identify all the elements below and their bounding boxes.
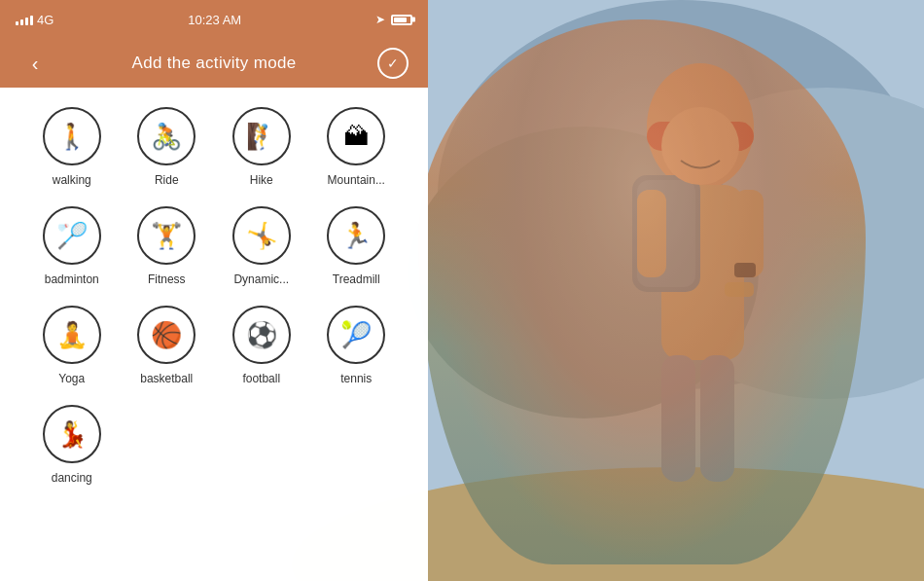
svg-rect-15	[725, 282, 754, 297]
svg-rect-13	[700, 355, 734, 482]
location-icon: ➤	[375, 13, 385, 26]
activity-label-dancing: dancing	[52, 471, 92, 485]
status-right: ➤	[375, 13, 412, 26]
activity-item-hike[interactable]: 🧗Hike	[219, 107, 304, 187]
svg-point-1	[438, 0, 924, 389]
activity-icon-ride: 🚴	[137, 107, 195, 165]
activity-item-mountain[interactable]: 🏔Mountain...	[314, 107, 400, 187]
svg-rect-6	[647, 122, 754, 151]
svg-point-5	[647, 63, 754, 190]
activity-item-treadmill[interactable]: 🏃Treadmill	[314, 206, 400, 286]
activity-item-yoga[interactable]: 🧘Yoga	[29, 306, 115, 385]
activity-label-football: football	[242, 372, 280, 385]
activity-label-hike: Hike	[250, 173, 273, 187]
activity-label-fitness: Fitness	[148, 272, 186, 286]
network-label: 4G	[37, 13, 53, 27]
signal-bar-1	[16, 21, 18, 25]
confirm-button[interactable]: ✓	[377, 48, 409, 79]
activity-label-treadmill: Treadmill	[333, 272, 380, 286]
check-icon: ✓	[387, 55, 399, 71]
activity-item-dynamic[interactable]: 🤸Dynamic...	[219, 206, 304, 286]
activity-item-football[interactable]: ⚽football	[219, 306, 304, 385]
time-display: 10:23 AM	[188, 13, 241, 27]
activity-icon-dynamic: 🤸	[232, 206, 291, 265]
svg-rect-9	[637, 180, 695, 287]
activity-grid: 🚶walking🚴Ride🧗Hike🏔Mountain...🏸badminton…	[0, 88, 428, 581]
status-left: 4G	[16, 13, 53, 27]
svg-point-14	[661, 107, 739, 185]
activity-icon-hike: 🧗	[232, 107, 291, 165]
activity-icon-fitness: 🏋	[137, 206, 195, 265]
activity-label-basketball: basketball	[140, 372, 193, 385]
activity-label-walking: walking	[53, 173, 91, 187]
svg-rect-16	[734, 263, 756, 277]
nav-bar: ‹ Add the activity mode ✓	[0, 39, 428, 88]
activity-label-ride: Ride	[155, 173, 179, 187]
activity-label-dynamic: Dynamic...	[233, 272, 289, 286]
activity-icon-tennis: 🎾	[327, 306, 385, 364]
svg-rect-7	[661, 185, 744, 360]
signal-bars	[16, 14, 33, 25]
signal-bar-2	[20, 19, 23, 25]
activity-label-yoga: Yoga	[58, 372, 85, 385]
activity-icon-football: ⚽	[232, 306, 291, 364]
activity-label-mountain: Mountain...	[328, 173, 385, 187]
activity-label-badminton: badminton	[45, 272, 99, 286]
activity-icon-treadmill: 🏃	[327, 206, 385, 265]
activity-icon-mountain: 🏔	[327, 107, 385, 165]
activity-icon-yoga: 🧘	[43, 306, 101, 364]
svg-rect-12	[661, 355, 695, 482]
status-bar: 4G 10:23 AM ➤	[0, 0, 428, 39]
svg-point-2	[632, 88, 924, 399]
back-button[interactable]: ‹	[19, 48, 51, 79]
nav-title: Add the activity mode	[132, 54, 297, 73]
phone-panel: 4G 10:23 AM ➤ ‹ Add the activity mode ✓ …	[0, 0, 428, 581]
activity-item-walking[interactable]: 🚶walking	[29, 107, 115, 187]
activity-item-badminton[interactable]: 🏸badminton	[29, 206, 115, 286]
signal-bar-4	[30, 16, 33, 25]
activity-icon-walking: 🚶	[43, 107, 101, 165]
svg-rect-11	[637, 190, 666, 277]
activity-item-fitness[interactable]: 🏋Fitness	[124, 206, 210, 286]
svg-rect-10	[734, 190, 764, 277]
activity-icon-badminton: 🏸	[43, 206, 101, 265]
activity-icon-dancing: 💃	[43, 405, 101, 463]
back-icon: ‹	[32, 53, 39, 75]
battery-fill	[394, 18, 407, 22]
activity-item-basketball[interactable]: 🏀basketball	[124, 306, 210, 385]
signal-bar-3	[25, 18, 28, 25]
activity-item-dancing[interactable]: 💃dancing	[29, 405, 115, 485]
battery-indicator	[391, 15, 412, 25]
activity-icon-basketball: 🏀	[137, 306, 195, 364]
svg-rect-8	[632, 175, 700, 292]
activity-item-ride[interactable]: 🚴Ride	[124, 107, 210, 187]
activity-item-tennis[interactable]: 🎾tennis	[314, 306, 400, 385]
svg-point-3	[409, 127, 759, 418]
activity-label-tennis: tennis	[340, 372, 372, 385]
